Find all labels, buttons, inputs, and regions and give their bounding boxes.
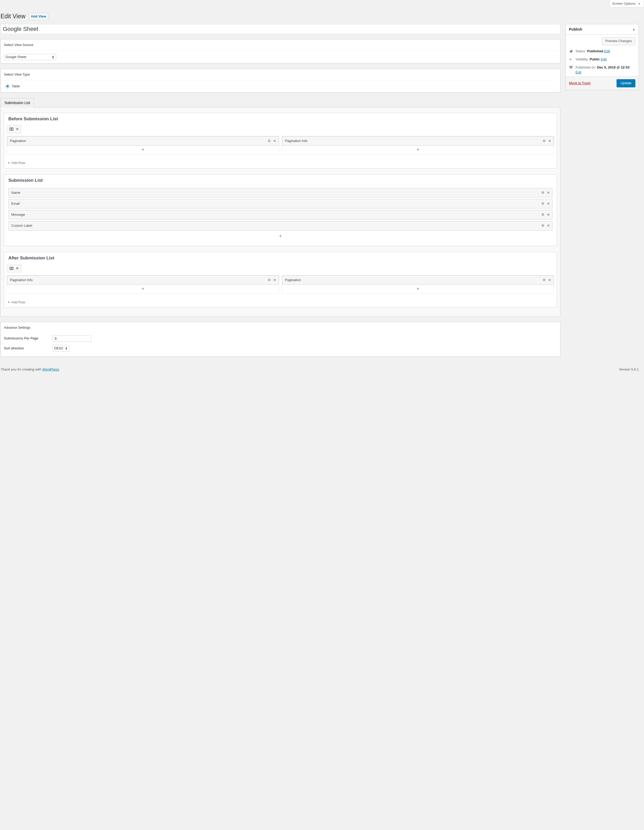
close-icon[interactable] [548,139,551,143]
widget-pagination-info[interactable]: Pagination Info [7,276,279,285]
after-submission-title: After Submission List [4,252,557,264]
gear-icon[interactable] [543,278,546,282]
view-source-heading: Select View Source [4,43,557,48]
screen-options-button[interactable]: Screen Options ▼ [609,0,644,8]
view-type-label: Table [12,84,20,89]
add-row-label: Add Row [11,160,25,165]
add-widget-button[interactable] [7,285,279,293]
sort-direction-select[interactable]: DESC ▲▼ [52,345,69,352]
add-widget-button[interactable] [282,285,554,293]
submission-list-panel: Submission List Name [4,174,557,246]
plus-icon [8,300,10,305]
view-source-box: Select View Source Google Sheet ▲▼ [0,39,560,63]
gear-icon[interactable] [541,201,544,206]
widget-pagination[interactable]: Pagination [282,276,554,285]
published-on-value: Dec 5, 2018 @ 12:53 [597,65,629,69]
chevron-down-icon: ▼ [638,2,641,5]
view-title-input[interactable] [0,24,560,34]
add-row-button[interactable]: Add Row [4,297,29,307]
before-submission-title: Before Submission List [4,113,557,125]
add-widget-button[interactable] [282,146,554,154]
status-label: Status: [576,49,586,53]
submission-list-title: Submission List [4,174,557,187]
field-message[interactable]: Message [8,210,552,219]
add-field-button[interactable] [8,232,552,241]
add-row-button[interactable]: Add Row [4,158,29,168]
published-on-label: Published on: [576,65,596,69]
edit-visibility-link[interactable]: Edit [601,57,607,61]
close-icon[interactable] [547,201,550,206]
plus-icon [142,147,144,152]
view-source-select[interactable]: Google Sheet ▲▼ [4,54,56,60]
widget-label: Custom Label [11,223,32,228]
advance-settings-heading: Advance Settings [4,325,557,330]
widget-pagination-info[interactable]: Pagination Info [282,136,554,146]
columns-icon [9,267,13,270]
preview-changes-button[interactable]: Preview Changes [602,37,635,45]
field-name[interactable]: Name [8,188,552,198]
visibility-label: Visibility: [576,57,589,61]
chevron-up-icon[interactable]: ▲ [632,27,635,32]
move-to-trash-link[interactable]: Move to Trash [569,81,590,86]
wordpress-link[interactable]: WordPress [42,367,59,371]
view-source-value: Google Sheet [5,55,26,59]
view-type-box: Select View Type Table [0,69,560,93]
widget-label: Message [11,212,25,217]
close-icon[interactable] [16,266,19,271]
update-button[interactable]: Update [617,79,635,87]
plus-icon [417,147,419,152]
widget-label: Pagination [10,139,26,143]
add-widget-button[interactable] [7,146,279,154]
close-icon[interactable] [548,278,551,282]
close-icon[interactable] [547,212,550,217]
edit-date-link[interactable]: Edit [576,70,581,74]
gear-icon[interactable] [267,278,271,282]
view-type-heading: Select View Type [4,72,557,77]
sort-direction-value: DESC [54,346,63,351]
gear-icon[interactable] [541,223,544,228]
field-custom-label[interactable]: Custom Label [8,221,552,230]
field-email[interactable]: Email [8,199,552,208]
page-title: Edit View [0,10,25,21]
gear-icon[interactable] [543,139,546,143]
columns-icon [9,128,13,130]
widget-label: Email [11,201,20,206]
calendar-icon [569,65,573,70]
plus-icon [8,160,10,165]
visibility-value: Public [590,57,600,61]
plus-icon [279,234,282,238]
close-icon[interactable] [547,223,550,228]
close-icon[interactable] [16,127,19,131]
view-type-radio-table[interactable]: Table [4,84,557,89]
widget-label: Pagination Info [285,139,308,143]
row-handle[interactable] [7,264,21,272]
widget-pagination[interactable]: Pagination [7,136,279,146]
gear-icon[interactable] [267,139,271,143]
add-row-label: Add Row [11,300,25,305]
publish-box: Publish ▲ Preview Changes Status: Publis… [566,24,639,90]
widget-label: Pagination [285,278,301,282]
edit-status-link[interactable]: Edit [604,49,610,53]
row-handle[interactable] [7,125,21,133]
before-submission-panel: Before Submission List Pagination [4,113,557,168]
footer-version: Version 5.0.1 [619,367,639,372]
advance-settings-box: Advance Settings Submissions Per Page So… [0,322,560,357]
close-icon[interactable] [274,139,276,143]
builder-tabs: Submission List [0,98,560,107]
per-page-input[interactable] [52,335,92,342]
per-page-label: Submissions Per Page [4,336,47,341]
close-icon[interactable] [274,278,276,282]
select-arrows-icon: ▲▼ [52,55,54,59]
gear-icon[interactable] [541,190,544,195]
tab-submission-list[interactable]: Submission List [0,98,34,107]
add-view-button[interactable]: Add View [28,13,48,20]
select-arrows-icon: ▲▼ [65,347,67,350]
gear-icon[interactable] [541,212,544,217]
close-icon[interactable] [547,190,550,195]
plus-icon [142,286,144,291]
sort-direction-label: Sort direction [4,346,47,351]
widget-label: Pagination Info [10,278,33,282]
screen-options-label: Screen Options [612,2,636,5]
plus-icon [417,286,419,291]
publish-heading: Publish [569,27,582,32]
